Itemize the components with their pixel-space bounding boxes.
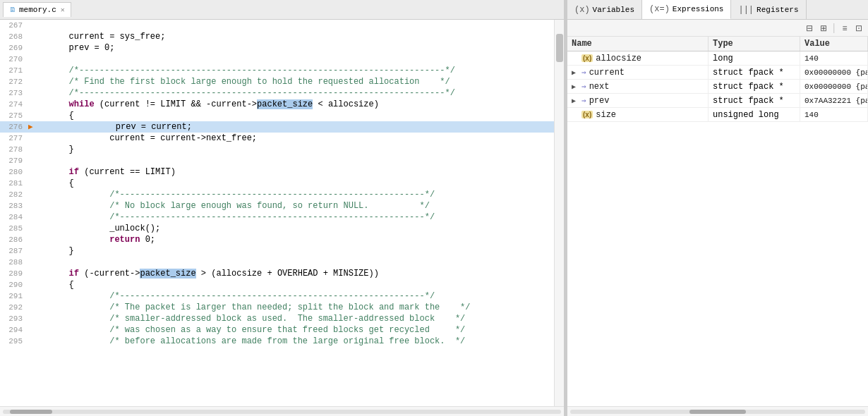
- tab-registers-label: Registers: [757, 6, 798, 14]
- watch-icon: (x): [581, 110, 593, 120]
- code-line: 294 /* was chosen as a way to ensure tha…: [0, 324, 554, 336]
- variables-panel: (x) Variables (x=) Expressions ||| Regis…: [567, 0, 868, 416]
- code-line: 273 /*----------------------------------…: [0, 87, 554, 99]
- code-line: 290 {: [0, 279, 554, 290]
- var-value-cell: 0x00000000 {pack...: [800, 66, 868, 79]
- h-scroll-thumb[interactable]: [10, 410, 52, 414]
- code-line: 288: [0, 257, 554, 268]
- var-table-header: Name Type Value: [567, 37, 868, 51]
- var-table-row[interactable]: (x)allocsizelong140: [567, 51, 868, 66]
- var-value-cell: 0x7AA32221 {pack...: [800, 94, 868, 107]
- pointer-icon: ⇒: [581, 96, 586, 106]
- line-number: 269: [6, 42, 28, 54]
- var-tab-bar: (x) Variables (x=) Expressions ||| Regis…: [567, 0, 868, 20]
- var-h-scroll-thumb[interactable]: [689, 410, 746, 414]
- code-line: 272 /* Find the first block large enough…: [0, 76, 554, 87]
- editor-tab-label: memory.c: [19, 6, 56, 14]
- line-number: 287: [6, 245, 28, 257]
- expand-icon[interactable]: ▶: [572, 97, 579, 105]
- code-content: }: [28, 144, 74, 155]
- select-columns-button[interactable]: ≡: [838, 22, 851, 35]
- var-table-row[interactable]: ▶⇒prevstruct fpack *0x7AA32221 {pack...: [567, 94, 868, 108]
- code-area[interactable]: 267268 current = sys_free;269 prev = 0;2…: [0, 20, 554, 406]
- editor-vertical-scrollbar[interactable]: [554, 20, 564, 406]
- editor-horizontal-scrollbar[interactable]: [0, 406, 564, 416]
- header-name: Name: [567, 37, 709, 51]
- code-content: {: [28, 279, 74, 290]
- var-table-row[interactable]: (x)sizeunsigned long140: [567, 108, 868, 122]
- code-content: /*--------------------------------------…: [28, 290, 435, 302]
- var-h-scroll-track: [570, 410, 865, 414]
- code-content: /* smaller-addressed block as used. The …: [28, 313, 465, 324]
- pointer-icon: ⇒: [581, 82, 586, 92]
- expand-icon[interactable]: ▶: [572, 82, 579, 91]
- expand-all-button[interactable]: ⊞: [817, 22, 830, 35]
- code-line: 277 current = current->next_free;: [0, 133, 554, 144]
- var-table-row[interactable]: ▶⇒nextstruct fpack *0x00000000 {pack...: [567, 80, 868, 94]
- code-line: 267: [0, 20, 554, 31]
- tab-variables[interactable]: (x) Variables: [567, 0, 642, 19]
- line-number: 293: [6, 313, 28, 324]
- var-type-cell: struct fpack *: [709, 94, 800, 107]
- code-content: /* before allocations are made from the …: [28, 336, 465, 347]
- scroll-thumb[interactable]: [556, 34, 563, 62]
- code-line: 289 if (-current->packet_size > (allocsi…: [0, 268, 554, 279]
- var-table-row[interactable]: ▶⇒currentstruct fpack *0x00000000 {pack.…: [567, 66, 868, 80]
- line-number: 272: [6, 76, 28, 87]
- line-number: 279: [6, 155, 28, 166]
- line-number: 273: [6, 87, 28, 99]
- main-container: 🗎 memory.c ✕ 267268 current = sys_free;2…: [0, 0, 868, 416]
- pin-button[interactable]: ⊡: [852, 22, 865, 35]
- watch-icon: (x): [581, 54, 593, 63]
- code-content: return 0;: [28, 234, 155, 245]
- debug-arrow-icon: ▶: [28, 121, 33, 133]
- code-line: 270: [0, 54, 554, 65]
- code-content: if (current == LIMIT): [28, 166, 176, 178]
- var-name-text: allocsize: [596, 54, 641, 63]
- code-content: {: [28, 110, 74, 121]
- var-toolbar: ⊟ ⊞ | ≡ ⊡: [567, 20, 868, 37]
- var-value-cell: 0x00000000 {pack...: [800, 80, 868, 93]
- code-line: 276▶ prev = current;: [0, 121, 554, 133]
- expand-icon[interactable]: ▶: [572, 68, 579, 77]
- code-content: }: [28, 245, 74, 257]
- collapse-all-button[interactable]: ⊟: [803, 22, 816, 35]
- line-number: 271: [6, 65, 28, 76]
- var-horizontal-scrollbar[interactable]: [567, 406, 868, 416]
- tab-expressions-label: Expressions: [673, 5, 724, 13]
- var-name-cell: (x)size: [567, 108, 709, 121]
- line-number: 277: [6, 133, 28, 144]
- code-content: if (-current->packet_size > (allocsize +…: [28, 268, 379, 279]
- var-type-cell: struct fpack *: [709, 66, 800, 79]
- line-number: 289: [6, 268, 28, 279]
- line-number: 286: [6, 234, 28, 245]
- close-tab-button[interactable]: ✕: [61, 6, 65, 14]
- code-content: /* Find the first block large enough to …: [28, 76, 450, 87]
- tab-registers[interactable]: ||| Registers: [731, 0, 806, 19]
- code-content: /*--------------------------------------…: [28, 87, 455, 99]
- tab-variables-label: Variables: [593, 6, 634, 14]
- editor-content-area: 267268 current = sys_free;269 prev = 0;2…: [0, 20, 564, 406]
- var-table: (x)allocsizelong140▶⇒currentstruct fpack…: [567, 51, 868, 406]
- code-content: prev = 0;: [28, 42, 114, 54]
- editor-panel: 🗎 memory.c ✕ 267268 current = sys_free;2…: [0, 0, 565, 416]
- code-content: /*--------------------------------------…: [28, 65, 455, 76]
- code-line: 292 /* The packet is larger than needed;…: [0, 302, 554, 313]
- line-number: 290: [6, 279, 28, 290]
- var-name-cell: ▶⇒prev: [567, 94, 709, 107]
- code-line: 279: [0, 155, 554, 166]
- code-line: 281 {: [0, 178, 554, 189]
- line-number: 267: [6, 20, 28, 31]
- toolbar-separator-1: |: [831, 23, 837, 34]
- editor-tab-memory[interactable]: 🗎 memory.c ✕: [3, 2, 71, 17]
- code-content: /* No block large enough was found, so r…: [28, 200, 430, 212]
- line-number: 291: [6, 290, 28, 302]
- header-value: Value: [800, 37, 868, 51]
- code-line: 284 /*----------------------------------…: [0, 212, 554, 223]
- h-scroll-track: [3, 410, 561, 414]
- code-line: 269 prev = 0;: [0, 42, 554, 54]
- line-number: 292: [6, 302, 28, 313]
- code-content: {: [28, 178, 74, 189]
- expressions-icon: (x=): [649, 4, 670, 14]
- tab-expressions[interactable]: (x=) Expressions: [642, 0, 731, 19]
